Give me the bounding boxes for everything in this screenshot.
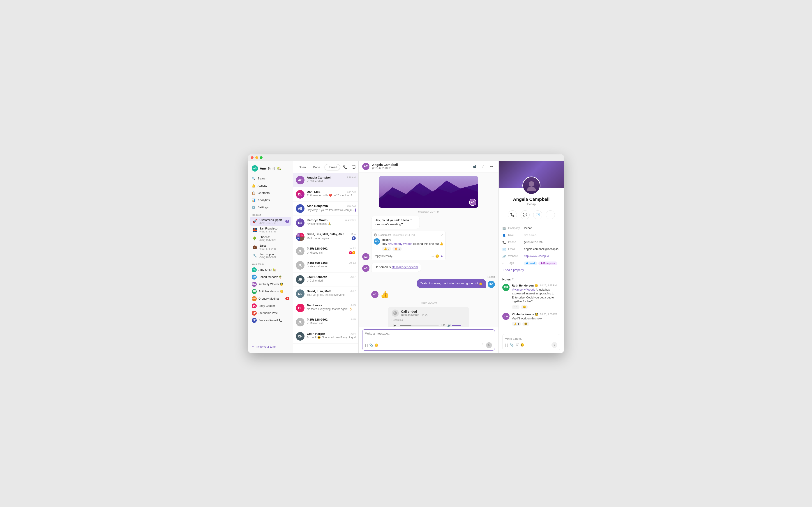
reaction-2[interactable]: 😊 [521, 305, 528, 309]
phone-icon-btn[interactable]: 📞 [342, 164, 349, 171]
inbox-san-francisco[interactable]: 🌉 San Francisco (415) 875-5793 [250, 226, 291, 234]
note-send-button[interactable]: ➤ [551, 342, 557, 348]
thread-send-icon[interactable]: ➤ [440, 254, 443, 258]
contact-call-button[interactable]: 📞 [508, 210, 517, 219]
chat-panel: AC Angela Campbell (269) 682-1892 📹 ✓ ··… [359, 161, 498, 353]
reaction-3[interactable]: 🙏 1 [512, 322, 521, 326]
send-button[interactable]: ➤ [486, 342, 492, 348]
conv-avatar: DL [296, 190, 305, 199]
sidebar-item-search[interactable]: 🔍 Search [250, 175, 291, 182]
reaction-1[interactable]: •• 1 [512, 305, 520, 309]
sidebar-item-analytics[interactable]: 📊 Analytics [250, 197, 291, 204]
thread-emoji-icon[interactable]: ··· [431, 254, 434, 258]
reaction-thumbs[interactable]: 👍 2 [382, 247, 391, 251]
sidebar-item-contacts[interactable]: 📋 Contacts [250, 189, 291, 196]
message-avatar: AC [362, 253, 370, 261]
inbox-sales[interactable]: 💼 Sales (800) 676-7463 [250, 243, 291, 251]
note-emoji-icon[interactable]: 😊 [520, 343, 524, 347]
add-property-button[interactable]: + Add a property [502, 267, 560, 273]
thread-reply-input[interactable] [374, 255, 430, 258]
chat-footer: [ ] 📎 😊 ⏱ ➤ [359, 327, 498, 353]
tab-unread[interactable]: Unread [325, 164, 340, 170]
team-member-ruth[interactable]: RH Ruth Henderson 😊 [250, 288, 291, 295]
thread-emoji-btn[interactable]: 😊 [435, 254, 439, 258]
user-profile[interactable]: AS Amy Smith 🏡 [248, 163, 293, 175]
note-image-icon[interactable]: 🖼 [516, 343, 519, 347]
thread-more-icon[interactable]: ··· [438, 233, 440, 236]
conv-avatar: AC [296, 176, 305, 184]
more-options-button[interactable]: ··· [488, 163, 495, 170]
minimize-button[interactable] [255, 156, 258, 159]
conversation-ben[interactable]: BL Ben Lucas Jul 5 No that's everything,… [293, 301, 359, 315]
tab-open[interactable]: Open [296, 164, 309, 170]
team-label: Your team [248, 260, 293, 266]
close-button[interactable] [251, 156, 254, 159]
conversation-415-128-2[interactable]: (415) 128-9562 Jul 5 ↙ Missed call [293, 315, 359, 329]
note-attach-icon[interactable]: 📎 [510, 343, 513, 347]
invite-team-button[interactable]: + Invite your team [250, 343, 291, 350]
team-member-frances[interactable]: FP Frances Powell 📞 [250, 317, 291, 324]
message-row-email: AC Her email is stella@agency.com [362, 263, 495, 272]
attach-icon[interactable]: 📎 [369, 343, 373, 347]
detail-role: 👤 Role Set a role... [502, 232, 560, 239]
contact-email-button[interactable]: ✉️ [533, 210, 542, 219]
volume-icon[interactable]: 🔊 [447, 324, 451, 327]
inbox-tech-support[interactable]: 🔧 Tech support (514) 705-8002 [250, 251, 291, 260]
team-member-betty[interactable]: BC Betty Cooper [250, 302, 291, 309]
reaction-fire[interactable]: 🔥 1 [392, 247, 402, 251]
team-member-robert[interactable]: RM Robert Mendez 🌴 [250, 273, 291, 281]
contact-message-button[interactable]: 💬 [521, 210, 530, 219]
notes-section: Notes 2 RH Ruth Henderson 😊 Jul 23, 3:57… [499, 275, 564, 333]
thread-author-avatar: RO [374, 238, 380, 244]
team-member-stephanie[interactable]: SP Stephanie Patel [250, 309, 291, 317]
team-member-amy[interactable]: AS Amy Smith 🏡 [250, 266, 291, 273]
emoji-icon[interactable]: 😊 [374, 343, 378, 347]
audio-progress-bar[interactable] [400, 325, 439, 326]
sidebar-item-settings[interactable]: ⚙️ Settings [250, 204, 291, 211]
conversation-david-matt[interactable]: DL David, Lisa, Matt Jul 7 You: Ok great… [293, 287, 359, 301]
inbox-phoenix[interactable]: 🌵 Phoenix (602) 154-9820 [250, 234, 291, 243]
call-icon [391, 309, 399, 317]
conversation-415-598[interactable]: (415) 598-1168 Jul 12 ↗ Your call ended [293, 258, 359, 273]
audio-player: ▶ 1:48 🔊 ··· [391, 322, 466, 327]
conversation-415-128[interactable]: (415) 128-9562 Jul 12 ↙ Missed call A B [293, 244, 359, 258]
team-member-kimberly[interactable]: KW Kimberly Woods 🥸 [250, 281, 291, 288]
activity-icon: 🔔 [252, 184, 255, 187]
conversation-kathryn[interactable]: KS Kathryn Smith Yesterday Awesome thank… [293, 216, 359, 230]
thread-check-icon[interactable]: ✓ [441, 233, 443, 236]
note-text-ruth: @Kimberly Woods Angela has expressed int… [512, 288, 560, 304]
sidebar-item-activity[interactable]: 🔔 Activity [250, 182, 291, 189]
volume-bar[interactable] [452, 325, 461, 326]
conversation-colin[interactable]: CH Colin Harper Jul 4 So cool! 😎 I'll le… [293, 329, 359, 344]
call-card: Call ended Ruth answered · 14:29 Recordi… [388, 307, 469, 327]
inbox-customer-support[interactable]: 🚀 Customer support (628) 246-3765 2 [250, 217, 291, 226]
tab-done[interactable]: Done [310, 164, 323, 170]
tag-enterprise[interactable]: Enterprise [538, 262, 557, 265]
format-icon[interactable]: [ ] [365, 343, 368, 347]
note-format-icon[interactable]: [ ] [505, 343, 508, 347]
conversation-angela[interactable]: AC Angela Campbell 9:26 AM ↙ Call ended [293, 173, 359, 187]
message-input[interactable] [365, 332, 492, 340]
clock-icon[interactable]: ⏱ [482, 342, 485, 348]
check-button[interactable]: ✓ [480, 163, 486, 170]
video-call-button[interactable]: 📹 [471, 163, 478, 170]
email-link[interactable]: stella@agency.com [391, 265, 418, 269]
note-input-area: [ ] 📎 🖼 😊 ➤ [502, 334, 560, 350]
sender-name: Robert [362, 276, 495, 278]
maximize-button[interactable] [260, 156, 263, 159]
chat-icon-btn[interactable]: 💬 [350, 164, 357, 171]
note-input[interactable] [505, 337, 557, 340]
thumbs-up-reaction[interactable]: 👍 [380, 290, 389, 299]
reaction-4[interactable]: 😊 [523, 322, 529, 326]
team-member-gregory[interactable]: GM Gregory Medina 1 [250, 295, 291, 302]
inbox-icon: 💼 [252, 244, 258, 250]
play-button[interactable]: ▶ [391, 322, 398, 327]
audio-more-btn[interactable]: ··· [463, 323, 466, 327]
conversation-jack[interactable]: JR Jack Richards Jul 7 ↙ Call ended [293, 273, 359, 287]
contact-more-button[interactable]: ··· [546, 210, 555, 219]
call-card-container: Call ended Ruth answered · 14:29 Recordi… [362, 307, 495, 327]
tag-lead[interactable]: Lead [524, 262, 537, 265]
conversation-dan-lisa[interactable]: DL Dan, Lisa 9:14 AM Ruth reacted with ❤… [293, 187, 359, 202]
conversation-david-group[interactable]: D L M David, Lisa, Matt, Cathy, Alan Mon… [293, 230, 359, 244]
conversation-alan[interactable]: AB Alan Benjamin 8:31 AM Hey Amy, if you… [293, 202, 359, 216]
